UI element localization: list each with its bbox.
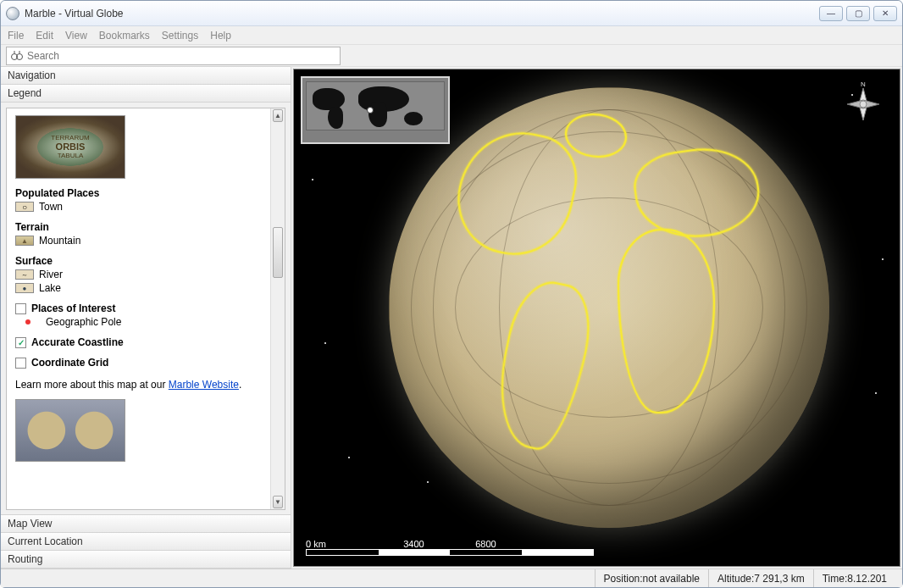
legend-label-lake: Lake (39, 282, 61, 294)
search-input[interactable] (27, 50, 336, 62)
cartouche-line2: ORBIS (51, 141, 89, 152)
legend-section-terrain: Terrain (15, 221, 262, 233)
status-altitude: Altitude: 7 291,3 km (708, 569, 813, 587)
tab-current-location[interactable]: Current Location (1, 532, 291, 551)
status-position: Position: not available (595, 569, 708, 587)
marble-website-link[interactable]: Marble Website (169, 379, 239, 391)
menu-edit[interactable]: Edit (36, 30, 53, 42)
map-preview-thumbnail (15, 399, 125, 462)
cartouche-line1: TERRARUM (51, 135, 89, 142)
scale-bar: 0 km 3400 6800 (306, 539, 594, 556)
menu-help[interactable]: Help (210, 30, 231, 42)
tab-map-view[interactable]: Map View (1, 514, 291, 533)
globe-viewport[interactable]: N 0 km 3400 6800 (293, 69, 900, 567)
compass-rose-icon[interactable]: N (839, 80, 888, 129)
learn-prefix: Learn more about this map at our (15, 379, 169, 391)
statusbar: Position: not available Altitude: 7 291,… (1, 569, 902, 587)
legend-panel: TERRARUM ORBIS TABULA Populated Places T… (6, 108, 285, 510)
maximize-button[interactable]: ▢ (846, 6, 870, 21)
titlebar[interactable]: Marble - Virtual Globe — ▢ ✕ (1, 1, 902, 26)
minimap-position-marker (367, 107, 374, 114)
legend-learn-more: Learn more about this map at our Marble … (15, 379, 262, 391)
app-icon (6, 7, 19, 20)
scroll-up-button[interactable]: ▲ (273, 109, 283, 122)
checkbox-label-poi: Places of Interest (31, 302, 115, 314)
river-symbol-icon (15, 269, 34, 280)
scroll-thumb[interactable] (273, 227, 283, 278)
checkbox-coordinate-grid[interactable] (15, 358, 26, 369)
lake-symbol-icon (15, 283, 34, 293)
legend-label-geopole: Geographic Pole (46, 316, 121, 328)
scale-tick-2: 6800 (450, 539, 522, 549)
menu-view[interactable]: View (65, 30, 87, 42)
cartouche-line3: TABULA (51, 153, 89, 160)
map-cartouche-thumbnail: TERRARUM ORBIS TABULA (15, 115, 125, 179)
tab-routing[interactable]: Routing (1, 550, 291, 569)
globe[interactable] (389, 87, 829, 528)
search-field-wrap[interactable] (6, 47, 341, 65)
minimize-button[interactable]: — (819, 6, 843, 21)
checkbox-places-of-interest[interactable] (15, 303, 26, 314)
menubar: File Edit View Bookmarks Settings Help (1, 26, 902, 45)
legend-scrollbar[interactable]: ▲ ▼ (270, 108, 285, 509)
scale-tick-0: 0 km (306, 539, 378, 549)
learn-suffix: . (239, 379, 241, 391)
checkbox-label-coastline: Accurate Coastline (31, 336, 124, 348)
window-title: Marble - Virtual Globe (25, 8, 124, 19)
legend-label-mountain: Mountain (39, 235, 80, 247)
tab-navigation[interactable]: Navigation (1, 66, 291, 85)
status-time: Time: 8.12.201 (813, 569, 895, 587)
checkbox-accurate-coastline[interactable] (15, 337, 26, 348)
tab-legend[interactable]: Legend (1, 84, 291, 103)
app-window: Marble - Virtual Globe — ▢ ✕ File Edit V… (0, 0, 903, 588)
svg-point-4 (860, 101, 867, 108)
close-button[interactable]: ✕ (873, 6, 897, 21)
town-symbol-icon (15, 202, 34, 212)
legend-label-town: Town (39, 201, 63, 213)
binoculars-icon (10, 49, 24, 63)
legend-content: TERRARUM ORBIS TABULA Populated Places T… (7, 108, 270, 509)
checkbox-label-grid: Coordinate Grid (31, 357, 108, 369)
menu-file[interactable]: File (8, 30, 24, 42)
geographic-pole-symbol-icon (25, 319, 30, 325)
legend-section-surface: Surface (15, 255, 262, 267)
scale-tick-1: 3400 (378, 539, 450, 549)
menu-bookmarks[interactable]: Bookmarks (99, 30, 150, 42)
scroll-down-button[interactable]: ▼ (273, 496, 283, 508)
legend-label-river: River (39, 269, 63, 280)
menu-settings[interactable]: Settings (162, 30, 198, 42)
overview-minimap[interactable] (301, 76, 450, 144)
mountain-symbol-icon (15, 236, 34, 246)
sidebar: Navigation Legend TERRARUM ORBIS TABULA … (1, 67, 291, 569)
legend-section-populated: Populated Places (15, 187, 262, 199)
search-toolbar (1, 45, 902, 67)
